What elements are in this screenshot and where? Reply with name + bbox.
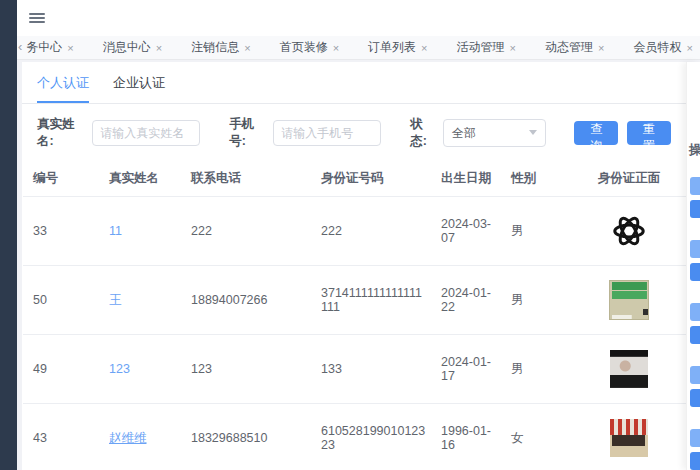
action-button-bottom[interactable] [690,200,700,218]
status-select-value: 全部 [452,125,476,142]
cell-id-number: 133 [311,335,431,404]
tab-item-5[interactable]: 活动管理× [457,39,516,56]
col-header: 联系电话 [181,160,311,197]
table-header-row: 编号真实姓名联系电话身份证号码出生日期性别身份证正面身份证反面 [23,160,700,197]
hamburger-icon[interactable] [29,13,45,24]
row-action-buttons[interactable] [690,366,700,412]
row-action-buttons[interactable] [690,177,700,223]
filter-bar: 真实姓名: 手机号: 状态: 全部 查询 重置 [22,104,686,160]
tab-item-3[interactable]: 首页装修× [280,39,339,56]
cell-gender: 男 [501,266,573,335]
row-action-buttons[interactable] [690,303,700,349]
cell-front-image [573,335,685,404]
tab-item-2[interactable]: 注销信息× [191,39,250,56]
dark-screenshot[interactable] [610,350,648,388]
action-button-top[interactable] [690,429,700,447]
openai-logo[interactable] [610,212,648,250]
chevron-left-icon[interactable]: ‹ [17,39,26,56]
cell-phone: 18329688510 [181,404,311,470]
cell-name: 123 [99,335,181,404]
close-icon[interactable]: × [421,42,427,54]
storefront-photo[interactable] [610,419,648,457]
cell-name: 赵维维 [99,404,181,470]
tab-item-0[interactable]: 务中心× [26,39,73,56]
cell-phone: 18894007266 [181,266,311,335]
cell-id: 43 [23,404,99,470]
phone-filter-input[interactable] [273,120,381,146]
name-filter-input[interactable] [92,120,200,146]
action-button-bottom[interactable] [690,326,700,344]
cell-phone: 123 [181,335,311,404]
table-row: 43赵维维18329688510610528199010123231996-01… [23,404,700,470]
cell-phone: 222 [181,197,311,266]
cell-id-number: 3714111111111111111 [311,266,431,335]
action-button-top[interactable] [690,177,700,195]
open-tabs-bar: ‹ 务中心×消息中心×注销信息×首页装修×订单列表×活动管理×动态管理×会员特权… [17,36,700,60]
fixed-action-column: 操作 [686,62,700,470]
action-button-top[interactable] [690,366,700,384]
close-icon[interactable]: × [598,42,604,54]
table-row: 33112222222024-03-07男 [23,197,700,266]
tab-item-4[interactable]: 订单列表× [368,39,427,56]
name-link[interactable]: 赵维维 [109,431,147,445]
action-button-bottom[interactable] [690,452,700,470]
col-header: 身份证正面 [573,160,685,197]
search-button[interactable]: 查询 [574,121,618,145]
table-row: 491231231332024-01-17男 [23,335,700,404]
close-icon[interactable]: × [686,42,692,54]
tab-label: 动态管理 [545,39,593,56]
col-header: 真实姓名 [99,160,181,197]
row-action-buttons[interactable] [690,429,700,470]
cell-birth-date: 2024-03-07 [431,197,501,266]
tab-label: 消息中心 [103,39,151,56]
close-icon[interactable]: × [67,42,73,54]
name-link[interactable]: 11 [109,224,122,238]
col-header: 编号 [23,160,99,197]
green-card[interactable] [609,280,649,320]
tab-item-6[interactable]: 动态管理× [545,39,604,56]
action-button-bottom[interactable] [690,263,700,281]
name-filter-label: 真实姓名: [37,116,86,150]
tab-item-7[interactable]: 会员特权× [633,39,692,56]
cell-id: 50 [23,266,99,335]
name-link[interactable]: 王 [109,293,122,307]
table-row: 50王1889400726637141111111111111112024-01… [23,266,700,335]
status-select[interactable]: 全部 [443,119,546,147]
status-filter-label: 状态: [410,116,437,150]
col-header: 身份证号码 [311,160,431,197]
subtab-1[interactable]: 企业认证 [113,74,165,103]
close-icon[interactable]: × [244,42,250,54]
cell-id: 33 [23,197,99,266]
cell-id: 49 [23,335,99,404]
row-action-buttons[interactable] [690,240,700,286]
action-button-top[interactable] [690,240,700,258]
cell-birth-date: 2024-01-22 [431,266,501,335]
chevron-down-icon [529,130,537,135]
collapsed-sidebar [0,0,17,470]
cell-birth-date: 2024-01-17 [431,335,501,404]
reset-button[interactable]: 重置 [627,121,671,145]
cell-gender: 男 [501,335,573,404]
cell-gender: 男 [501,197,573,266]
action-column-header: 操作 [689,142,700,159]
auth-subtabs: 个人认证企业认证 [22,62,686,104]
tab-label: 注销信息 [191,39,239,56]
auth-table: 编号真实姓名联系电话身份证号码出生日期性别身份证正面身份证反面 33112222… [23,160,700,470]
col-header: 出生日期 [431,160,501,197]
close-icon[interactable]: × [333,42,339,54]
action-button-top[interactable] [690,303,700,321]
close-icon[interactable]: × [156,42,162,54]
action-button-bottom[interactable] [690,389,700,407]
col-header: 性别 [501,160,573,197]
name-link[interactable]: 123 [109,362,130,376]
tab-item-1[interactable]: 消息中心× [103,39,162,56]
close-icon[interactable]: × [510,42,516,54]
cell-front-image [573,404,685,470]
cell-id-number: 61052819901012323 [311,404,431,470]
subtab-0[interactable]: 个人认证 [37,74,89,103]
tab-label: 务中心 [26,39,62,56]
tab-label: 会员特权 [633,39,681,56]
cell-id-number: 222 [311,197,431,266]
tab-label: 订单列表 [368,39,416,56]
cell-front-image [573,266,685,335]
